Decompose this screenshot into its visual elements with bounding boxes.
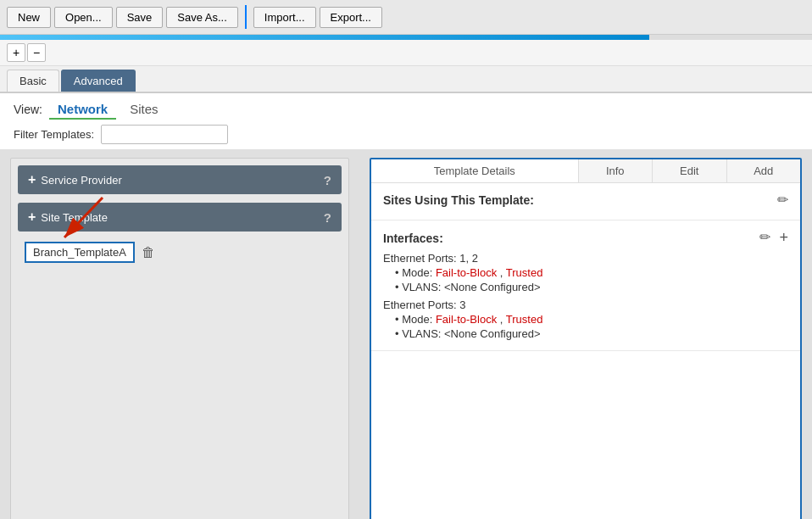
site-template-left: + Site Template: [28, 209, 108, 225]
save-as-button[interactable]: Save As...: [166, 7, 238, 28]
eth-ports-12-label: Ethernet Ports: 1, 2: [383, 252, 788, 265]
toolbar-separator: [245, 5, 247, 29]
service-provider-label: Service Provider: [41, 174, 121, 187]
site-template-plus-icon: +: [28, 209, 36, 225]
import-button[interactable]: Import...: [253, 7, 316, 28]
mode-12-bullet: Mode: Fail-to-Block , Trusted: [395, 266, 788, 279]
interfaces-edit-icon[interactable]: ✏: [759, 229, 770, 247]
mode-3-bullet: Mode: Fail-to-Block , Trusted: [395, 313, 788, 326]
eth-ports-3-group: Ethernet Ports: 3 Mode: Fail-to-Block , …: [383, 299, 788, 340]
mode-3-failblock: Fail-to-Block: [436, 313, 497, 326]
rp-tab-add[interactable]: Add: [727, 159, 801, 182]
filter-label: Filter Templates:: [14, 128, 94, 141]
tab-basic[interactable]: Basic: [7, 70, 59, 92]
mode-12-failblock: Fail-to-Block: [436, 266, 497, 279]
new-button[interactable]: New: [7, 7, 51, 28]
interfaces-title: Interfaces:: [383, 232, 443, 245]
toolbar: New Open... Save Save As... Import... Ex…: [0, 0, 812, 35]
rp-tab-template-details[interactable]: Template Details: [371, 159, 579, 182]
export-button[interactable]: Export...: [320, 7, 382, 28]
view-section: View: Network Sites: [0, 93, 812, 120]
site-template-label: Site Template: [41, 211, 108, 224]
mode-3-trusted: Trusted: [506, 313, 543, 326]
rp-tab-info[interactable]: Info: [579, 159, 653, 182]
right-panel-tabs: Template Details Info Edit Add: [371, 159, 800, 183]
main-content: + Service Provider ? + Site Template ?: [0, 149, 812, 519]
service-provider-row[interactable]: + Service Provider ?: [18, 165, 342, 194]
sites-using-header: Sites Using This Template: ✏: [383, 192, 788, 208]
site-template-row[interactable]: + Site Template ?: [18, 203, 342, 232]
zoom-controls: + −: [0, 40, 812, 66]
sites-using-edit-icon[interactable]: ✏: [777, 192, 788, 208]
service-provider-question-icon[interactable]: ?: [324, 173, 331, 187]
save-button[interactable]: Save: [116, 7, 164, 28]
mode-12-trusted: Trusted: [506, 266, 543, 279]
vlans-12-bullet: VLANS: <None Configured>: [395, 281, 788, 293]
sites-using-title: Sites Using This Template:: [383, 193, 534, 207]
service-provider-left: + Service Provider: [28, 172, 122, 187]
branch-template-container: Branch_TemplateA 🗑: [18, 240, 342, 265]
eth-ports-12-group: Ethernet Ports: 1, 2 Mode: Fail-to-Block…: [383, 252, 788, 293]
open-button[interactable]: Open...: [54, 7, 113, 28]
interfaces-section: Interfaces: ✏ + Ethernet Ports: 1, 2 Mod…: [371, 220, 800, 351]
sites-using-section: Sites Using This Template: ✏: [371, 183, 800, 220]
site-template-question-icon[interactable]: ?: [324, 210, 331, 225]
interfaces-add-icon[interactable]: +: [779, 229, 788, 247]
rp-tab-edit[interactable]: Edit: [653, 159, 727, 182]
eth-ports-3-label: Ethernet Ports: 3: [383, 299, 788, 311]
tab-bar: Basic Advanced: [0, 66, 812, 93]
service-provider-plus-icon: +: [28, 172, 36, 187]
filter-section: Filter Templates:: [0, 120, 812, 149]
vlans-3-bullet: VLANS: <None Configured>: [395, 327, 788, 340]
branch-template-label[interactable]: Branch_TemplateA: [25, 242, 135, 263]
interfaces-actions: ✏ +: [759, 229, 788, 247]
tab-advanced[interactable]: Advanced: [61, 70, 136, 92]
view-network-button[interactable]: Network: [49, 98, 116, 120]
zoom-plus-button[interactable]: +: [7, 43, 25, 62]
zoom-minus-button[interactable]: −: [27, 43, 46, 62]
view-label: View:: [14, 103, 42, 116]
delete-icon[interactable]: 🗑: [142, 245, 155, 260]
right-panel: Template Details Info Edit Add Sites Usi…: [370, 158, 802, 519]
left-panel: + Service Provider ? + Site Template ?: [10, 158, 349, 519]
interfaces-header: Interfaces: ✏ +: [383, 229, 788, 247]
view-sites-button[interactable]: Sites: [121, 98, 166, 120]
filter-input[interactable]: [101, 125, 228, 144]
